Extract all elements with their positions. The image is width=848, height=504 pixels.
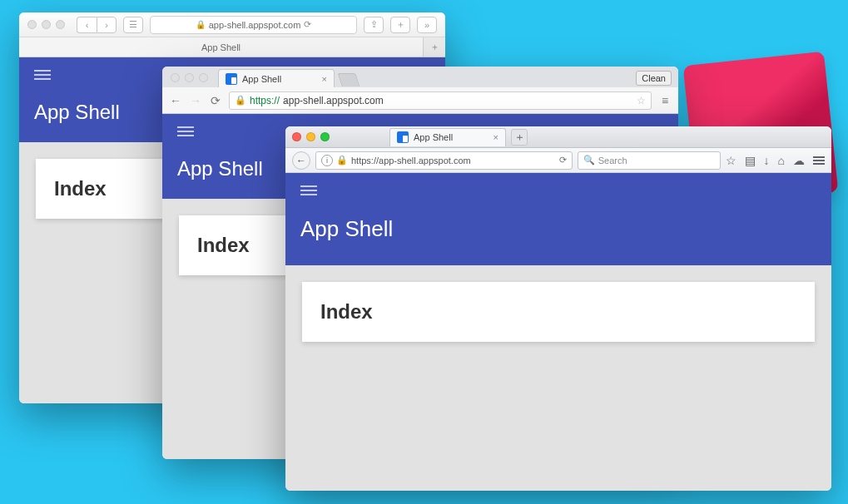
traffic-light-zoom[interactable] <box>56 20 65 29</box>
search-placeholder: Search <box>598 156 627 166</box>
menu-button[interactable]: ≡ <box>658 94 672 107</box>
url-domain: app-shell.appspot.com <box>283 95 384 106</box>
lock-icon: 🔒 <box>235 95 246 106</box>
back-button[interactable]: ‹ <box>77 17 97 33</box>
browser-tab[interactable]: App Shell × <box>218 69 335 87</box>
back-button[interactable]: ← <box>169 94 182 107</box>
downloads-icon[interactable]: ↓ <box>764 154 770 167</box>
home-icon[interactable]: ⌂ <box>778 154 785 167</box>
traffic-light-zoom[interactable] <box>199 73 208 82</box>
firefox-tabstrip: App Shell × ＋ <box>285 126 831 148</box>
chrome-toolbar: ← → ⟳ 🔒 https://app-shell.appspot.com ☆ … <box>162 87 678 114</box>
bookmark-star-icon[interactable]: ☆ <box>637 95 646 106</box>
url-text: https://app-shell.appspot.com <box>351 156 471 166</box>
sidebar-button[interactable]: ☰ <box>123 17 143 33</box>
menu-icon[interactable] <box>34 67 51 82</box>
menu-button[interactable] <box>813 155 825 166</box>
tab-title: App Shell <box>414 132 453 142</box>
safari-tabstrip: App Shell ＋ <box>19 37 445 57</box>
page-viewport: App Shell Index <box>285 173 831 491</box>
search-bar[interactable]: 🔍 Search <box>578 151 721 170</box>
traffic-light-minimize[interactable] <box>185 73 194 82</box>
forward-button[interactable]: → <box>189 94 202 107</box>
site-info-icon[interactable]: i <box>321 155 333 166</box>
traffic-light-close[interactable] <box>171 73 180 82</box>
browser-tab[interactable]: App Shell <box>19 37 424 57</box>
app-title: App Shell <box>300 216 816 242</box>
tab-plus-button[interactable]: ＋ <box>424 37 445 57</box>
address-text: app-shell.appspot.com <box>209 20 301 30</box>
menu-icon[interactable] <box>300 183 317 198</box>
card-heading: Index <box>320 300 796 324</box>
reload-icon[interactable]: ⟳ <box>304 19 311 30</box>
traffic-light-close[interactable] <box>27 20 37 29</box>
reload-button[interactable]: ⟳ <box>209 94 222 107</box>
url-scheme: https:// <box>250 95 280 106</box>
tab-title: App Shell <box>242 74 281 84</box>
traffic-light-minimize[interactable] <box>306 132 315 141</box>
traffic-light-minimize[interactable] <box>42 20 51 29</box>
library-icon[interactable]: ▤ <box>745 154 756 167</box>
browser-tab[interactable]: App Shell × <box>389 128 506 146</box>
pocket-icon[interactable]: ☁ <box>793 154 805 167</box>
traffic-light-zoom[interactable] <box>320 132 330 141</box>
search-icon: 🔍 <box>583 155 595 166</box>
app-header: App Shell <box>285 173 831 265</box>
safari-titlebar: ‹ › ☰ 🔒 app-shell.appspot.com ⟳ ⇪ ＋ » <box>19 12 445 37</box>
tab-title: App Shell <box>201 42 241 52</box>
address-bar[interactable]: 🔒 https://app-shell.appspot.com ☆ <box>229 91 652 110</box>
content-card: Index <box>302 282 815 342</box>
firefox-toolbar: ← i 🔒 https://app-shell.appspot.com ⟳ 🔍 … <box>285 148 831 173</box>
close-tab-icon[interactable]: × <box>322 74 327 84</box>
favicon-icon <box>397 131 409 143</box>
clean-label: Clean <box>642 73 666 83</box>
clean-badge[interactable]: Clean <box>636 71 672 86</box>
favicon-icon <box>226 73 237 85</box>
traffic-light-close[interactable] <box>292 132 301 141</box>
close-tab-icon[interactable]: × <box>493 132 498 142</box>
menu-icon[interactable] <box>177 124 194 139</box>
lock-icon: 🔒 <box>196 20 206 29</box>
reload-icon[interactable]: ⟳ <box>559 155 567 166</box>
back-button[interactable]: ← <box>292 151 310 170</box>
new-tab-button[interactable]: ＋ <box>390 17 410 33</box>
address-bar[interactable]: i 🔒 https://app-shell.appspot.com ⟳ <box>315 151 573 170</box>
bookmark-star-icon[interactable]: ☆ <box>726 154 736 167</box>
chrome-tabstrip: App Shell × Clean <box>162 67 678 87</box>
lock-icon: 🔒 <box>336 155 348 166</box>
new-tab-button[interactable]: ＋ <box>511 129 528 146</box>
share-button[interactable]: ⇪ <box>364 17 384 33</box>
firefox-window: App Shell × ＋ ← i 🔒 https://app-shell.ap… <box>285 126 831 491</box>
address-bar[interactable]: 🔒 app-shell.appspot.com ⟳ <box>150 16 357 34</box>
forward-button[interactable]: › <box>97 17 117 33</box>
overflow-button[interactable]: » <box>417 17 437 33</box>
new-tab-button[interactable] <box>337 73 360 86</box>
